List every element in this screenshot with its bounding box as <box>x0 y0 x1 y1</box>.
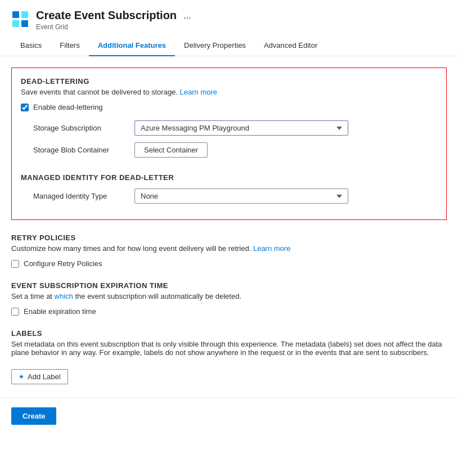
enable-dead-lettering-checkbox[interactable] <box>21 104 29 111</box>
managed-identity-type-label: Managed Identity Type <box>33 192 134 200</box>
storage-blob-container-control: Select Container <box>134 142 437 158</box>
storage-subscription-control: Azure Messaging PM Playground <box>134 120 437 136</box>
svg-rect-1 <box>21 11 28 18</box>
add-label-text: Add Label <box>28 372 61 381</box>
retry-learn-more[interactable]: Learn more <box>253 244 290 253</box>
managed-identity-type-row: Managed Identity Type None <box>21 188 437 204</box>
svg-rect-0 <box>12 11 19 18</box>
dead-lettering-section: DEAD-LETTERING Save events that cannot b… <box>11 68 447 220</box>
dead-lettering-description: Save events that cannot be delivered to … <box>21 88 437 96</box>
configure-retry-checkbox[interactable] <box>11 260 19 268</box>
tab-additional-features[interactable]: Additional Features <box>89 35 175 56</box>
storage-subscription-row: Storage Subscription Azure Messaging PM … <box>21 120 437 136</box>
expiration-description: Set a time at which the event subscripti… <box>11 292 447 300</box>
tab-delivery-properties[interactable]: Delivery Properties <box>175 35 255 56</box>
labels-section: LABELS Set metadata on this event subscr… <box>11 329 447 384</box>
tab-filters[interactable]: Filters <box>51 35 88 56</box>
labels-title: LABELS <box>11 329 447 338</box>
enable-dead-lettering-label[interactable]: Enable dead-lettering <box>33 103 103 111</box>
header-text-group: Create Event Subscription ... Event Grid <box>36 9 193 31</box>
dead-lettering-title: DEAD-LETTERING <box>21 77 437 86</box>
managed-identity-type-dropdown[interactable]: None <box>134 188 348 204</box>
retry-policies-description: Customize how many times and for how lon… <box>11 244 447 253</box>
storage-blob-container-label: Storage Blob Container <box>33 146 134 154</box>
storage-subscription-dropdown[interactable]: Azure Messaging PM Playground <box>134 120 348 136</box>
tab-advanced-editor[interactable]: Advanced Editor <box>255 35 326 56</box>
dead-lettering-desc-text: Save events that cannot be delivered to … <box>21 88 180 96</box>
retry-policies-title: RETRY POLICIES <box>11 233 447 242</box>
add-label-icon: ★ <box>19 373 24 380</box>
labels-description: Set metadata on this event subscription … <box>11 340 447 357</box>
nav-tabs: Basics Filters Additional Features Deliv… <box>0 35 458 56</box>
enable-dead-lettering-row: Enable dead-lettering <box>21 103 437 111</box>
title-text: Create Event Subscription <box>36 9 177 22</box>
configure-retry-row: Configure Retry Policies <box>11 259 447 268</box>
main-content: DEAD-LETTERING Save events that cannot b… <box>0 56 458 384</box>
page-title: Create Event Subscription ... <box>36 9 193 22</box>
add-label-button[interactable]: ★ Add Label <box>11 369 68 384</box>
dead-lettering-learn-more[interactable]: Learn more <box>180 88 217 96</box>
expiration-title: EVENT SUBSCRIPTION EXPIRATION TIME <box>11 281 447 290</box>
expiration-desc-highlight: which <box>55 292 73 300</box>
retry-policies-section: RETRY POLICIES Customize how many times … <box>11 233 447 268</box>
select-container-button[interactable]: Select Container <box>134 142 208 158</box>
expiration-desc-before: Set a time at <box>11 292 55 300</box>
retry-desc-text: Customize how many times and for how lon… <box>11 244 253 253</box>
svg-rect-2 <box>12 20 19 27</box>
expiration-section: EVENT SUBSCRIPTION EXPIRATION TIME Set a… <box>11 281 447 316</box>
managed-identity-subsection: MANAGED IDENTITY FOR DEAD-LETTER Managed… <box>21 167 437 204</box>
ellipsis-button[interactable]: ... <box>181 10 193 22</box>
managed-identity-title: MANAGED IDENTITY FOR DEAD-LETTER <box>21 173 437 182</box>
enable-expiration-label[interactable]: Enable expiration time <box>24 307 96 316</box>
svg-rect-3 <box>21 20 28 27</box>
page-footer: Create <box>0 398 458 434</box>
event-grid-icon <box>11 10 29 28</box>
page-subtitle: Event Grid <box>36 23 193 31</box>
configure-retry-label[interactable]: Configure Retry Policies <box>24 259 102 268</box>
storage-subscription-label: Storage Subscription <box>33 124 134 132</box>
managed-identity-type-control: None <box>134 188 437 204</box>
create-button[interactable]: Create <box>11 407 56 425</box>
storage-blob-container-row: Storage Blob Container Select Container <box>21 142 437 158</box>
page-header: Create Event Subscription ... Event Grid <box>0 0 458 35</box>
tab-basics[interactable]: Basics <box>11 35 51 56</box>
enable-expiration-checkbox[interactable] <box>11 308 19 316</box>
expiration-desc-after: the event subscription will automaticall… <box>73 292 241 300</box>
enable-expiration-row: Enable expiration time <box>11 307 447 316</box>
